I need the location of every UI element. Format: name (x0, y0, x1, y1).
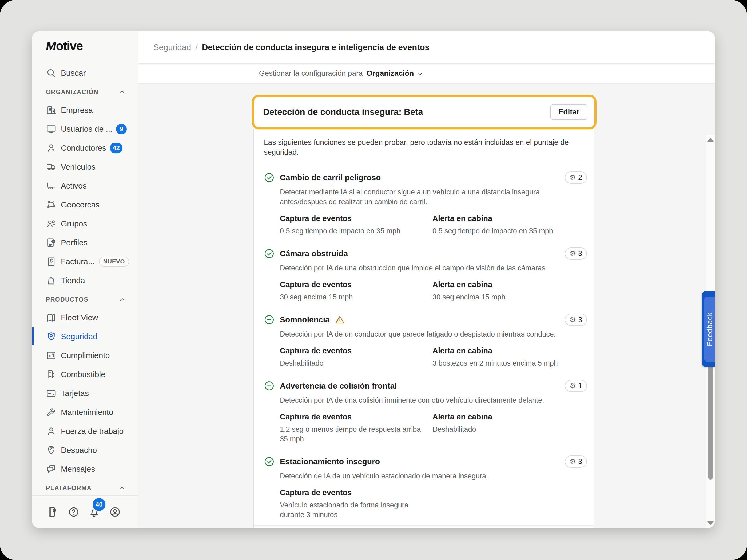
feature-description: Detección por IA de un conductor que par… (280, 329, 583, 339)
invoice-icon (46, 256, 56, 267)
beta-features-card: Las siguientes funciones se pueden proba… (253, 129, 594, 528)
sidebar-search[interactable]: Buscar (32, 63, 138, 82)
feature-title: Somnolencia (280, 315, 330, 324)
settings-count-badge[interactable]: ⚙ 3 (565, 455, 587, 468)
sidebar-item-mensajes[interactable]: Mensajes (32, 459, 138, 478)
capture-column: Captura de eventos 1.2 seg o menos tiemp… (280, 412, 433, 444)
sidebar-item-vehiculos[interactable]: Vehículos (32, 157, 138, 176)
wrench-icon (46, 407, 56, 418)
search-icon (46, 68, 56, 78)
sidebar-item-despacho[interactable]: Despacho (32, 441, 138, 459)
feedback-tab[interactable]: Feedback (702, 291, 715, 367)
feedback-tab-inner: Feedback (704, 296, 715, 362)
nuevo-tag: NUEVO (99, 257, 129, 267)
edit-button[interactable]: Editar (550, 104, 588, 120)
alert-column: Alerta en cabina 0.5 seg tiempo de impac… (433, 214, 587, 236)
feedback-label: Feedback (705, 312, 714, 346)
alert-column: Alerta en cabina 30 seg encima 15 mph (433, 280, 587, 302)
chat-icon (46, 464, 56, 474)
sidebar-item-fleet-view[interactable]: Fleet View (32, 308, 138, 327)
sidebar-group-organization[interactable]: ORGANIZACIÓN (32, 83, 138, 101)
capture-column: Captura de eventos Vehículo estacionado … (280, 488, 433, 519)
truck-icon (46, 162, 56, 172)
sidebar-item-conductores[interactable]: Conductores 42 (32, 138, 138, 157)
check-circle-icon (264, 172, 275, 183)
feature-section-camara-obstruida: Cámara obstruida ⚙ 3 Detección por IA de… (254, 242, 594, 308)
count-badge: 42 (110, 143, 123, 153)
sidebar-item-empresa[interactable]: Empresa (32, 101, 138, 119)
feature-description: Detectar mediante IA si el conductor sig… (280, 187, 583, 207)
sidebar-item-grupos[interactable]: Grupos (32, 214, 138, 233)
check-circle-icon (264, 248, 275, 259)
gear-icon: ⚙ (570, 174, 576, 181)
scroll-down-arrow[interactable] (707, 521, 714, 525)
breadcrumb-bar: Seguridad / Detección de conducta insegu… (138, 31, 715, 63)
feature-title: Estacionamiento inseguro (280, 457, 380, 466)
map-icon (46, 312, 56, 323)
sidebar-group-plataforma[interactable]: PLATAFORMA (32, 479, 138, 497)
feature-section-somnolencia: Somnolencia ⚙ 3 Detección por IA de un c… (254, 308, 594, 374)
guide-icon[interactable] (47, 506, 59, 518)
sidebar-item-combustible[interactable]: Combustible (32, 365, 138, 384)
sidebar-item-seguridad[interactable]: Seguridad (32, 327, 138, 346)
logo-m: M (46, 39, 56, 53)
main-area: Seguridad / Detección de conducta insegu… (138, 31, 715, 528)
sidebar-item-facturacion[interactable]: Factura... NUEVO (32, 252, 138, 271)
gear-icon: ⚙ (570, 316, 576, 323)
capture-column: Captura de eventos Deshabilitado (280, 346, 433, 368)
motive-logo[interactable]: Motive (32, 31, 138, 57)
feature-section-estacionamiento-inseguro: Estacionamiento inseguro ⚙ 3 Detección d… (254, 450, 594, 526)
search-label: Buscar (61, 69, 86, 78)
alert-column: Alerta en cabina Deshabilitado (433, 412, 587, 444)
profile-settings-icon (46, 237, 56, 248)
sidebar-item-fuerza-de-trabajo[interactable]: Fuerza de trabajo (32, 422, 138, 441)
highlighted-card-header: Detección de conducta insegura: Beta Edi… (252, 95, 596, 129)
settings-count-badge[interactable]: ⚙ 3 (565, 314, 587, 326)
settings-count-badge[interactable]: ⚙ 2 (565, 171, 587, 184)
sidebar-item-activos[interactable]: Activos (32, 176, 138, 195)
chevron-up-icon (118, 484, 126, 492)
check-circle-icon (264, 456, 275, 467)
capture-column: Captura de eventos 0.5 seg tiempo de imp… (280, 214, 433, 236)
card-title: Detección de conducta insegura: Beta (263, 107, 423, 117)
sidebar-item-perfiles[interactable]: Perfiles (32, 233, 138, 252)
sidebar-item-tarjetas[interactable]: Tarjetas (32, 384, 138, 403)
person-icon (46, 143, 56, 153)
people-icon (46, 218, 56, 229)
page-title: Detección de conducta insegura e intelig… (202, 43, 430, 52)
shopping-bag-icon (46, 275, 56, 286)
breadcrumb-separator: / (195, 43, 198, 52)
account-icon[interactable] (109, 506, 121, 518)
feature-description: Detección por IA de una colisión inminen… (280, 396, 583, 405)
notifications-button[interactable]: 40 (88, 506, 100, 518)
warning-triangle-icon (335, 314, 345, 325)
sidebar-item-tienda[interactable]: Tienda (32, 271, 138, 290)
chevron-up-icon (118, 88, 126, 96)
chevron-up-icon (118, 295, 126, 303)
sidebar-item-usuarios[interactable]: Usuarios de ... 9 (32, 119, 138, 138)
scope-selector[interactable]: Gestionar la configuración para Organiza… (138, 63, 545, 83)
sidebar: Motive Buscar ORGANIZACIÓN Empresa Usuar… (32, 31, 138, 528)
person-icon (46, 426, 56, 436)
feature-section-cambio-de-carril: Cambio de carril peligroso ⚙ 2 Detectar … (254, 166, 594, 242)
dispatch-pin-icon (46, 445, 56, 455)
capture-column: Captura de eventos 30 seg encima 15 mph (280, 280, 433, 302)
card-description: Las siguientes funciones se pueden proba… (254, 129, 579, 166)
sidebar-item-geocercas[interactable]: Geocercas (32, 195, 138, 214)
chevron-down-icon (416, 70, 424, 78)
feature-description: Detección de IA de un vehículo estaciona… (280, 471, 583, 481)
sidebar-item-cumplimiento[interactable]: Cumplimiento (32, 346, 138, 365)
alert-column: Alerta en cabina 3 bostezos en 2 minutos… (433, 346, 587, 368)
sidebar-item-mantenimiento[interactable]: Mantenimiento (32, 403, 138, 422)
minus-circle-icon (264, 314, 275, 325)
notifications-count-badge: 40 (92, 497, 106, 512)
feature-title: Cámara obstruida (280, 249, 348, 258)
scroll-up-arrow[interactable] (707, 138, 714, 141)
help-icon[interactable] (68, 506, 79, 518)
settings-count-badge[interactable]: ⚙ 3 (565, 247, 587, 260)
gear-icon: ⚙ (570, 250, 576, 257)
settings-count-badge[interactable]: ⚙ 1 (565, 380, 587, 392)
sidebar-group-productos[interactable]: PRODUCTOS (32, 291, 138, 308)
clipboard-icon (46, 350, 56, 361)
breadcrumb-parent-link[interactable]: Seguridad (153, 43, 191, 52)
